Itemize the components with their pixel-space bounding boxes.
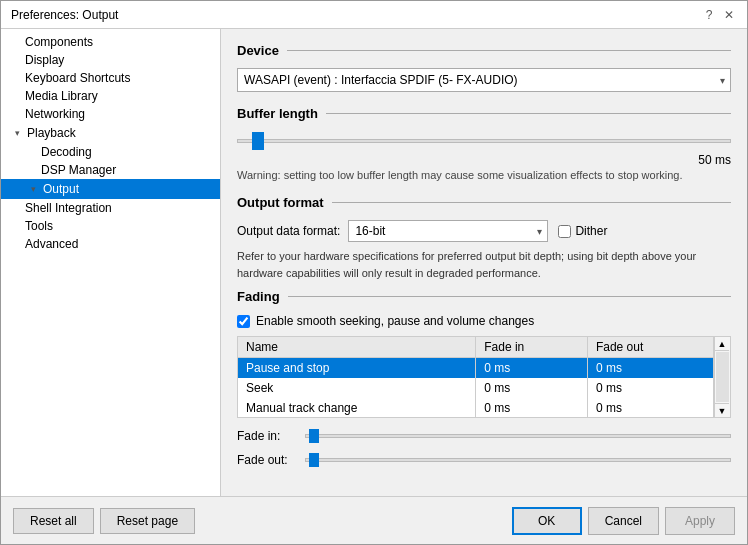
- table-row[interactable]: Pause and stop0 ms0 ms: [238, 358, 714, 379]
- table-scrollbar[interactable]: ▲ ▼: [714, 337, 730, 417]
- sidebar-item-keyboard-shortcuts[interactable]: Keyboard Shortcuts: [1, 69, 220, 87]
- buffer-title: Buffer length: [237, 106, 318, 121]
- sidebar-item-output[interactable]: ▾Output: [1, 179, 220, 199]
- main-panel: Device WASAPI (event) : Interfaccia SPDI…: [221, 29, 747, 496]
- fading-table-header: Name Fade in Fade out: [238, 337, 714, 358]
- dither-checkbox[interactable]: [558, 225, 571, 238]
- buffer-section: Buffer length 50 ms Warning: setting too…: [237, 106, 731, 181]
- sidebar-item-shell-integration[interactable]: Shell Integration: [1, 199, 220, 217]
- fading-section: Fading Enable smooth seeking, pause and …: [237, 289, 731, 470]
- sidebar-label: Decoding: [41, 145, 92, 159]
- device-divider: [287, 50, 731, 51]
- fade-enable-checkbox[interactable]: [237, 315, 250, 328]
- sidebar-label: Playback: [27, 126, 76, 140]
- table-cell-fade_out: 0 ms: [587, 358, 713, 379]
- table-cell-name: Pause and stop: [238, 358, 476, 379]
- dither-label[interactable]: Dither: [558, 224, 607, 238]
- sidebar-item-playback[interactable]: ▾Playback: [1, 123, 220, 143]
- fade-enable-row: Enable smooth seeking, pause and volume …: [237, 314, 731, 328]
- sidebar-item-components[interactable]: Components: [1, 33, 220, 51]
- sidebar-item-dsp-manager[interactable]: DSP Manager: [1, 161, 220, 179]
- table-cell-name: Seek: [238, 378, 476, 398]
- output-format-title: Output format: [237, 195, 324, 210]
- fade-in-label: Fade in:: [237, 429, 305, 443]
- bottom-left-buttons: Reset all Reset page: [13, 508, 195, 534]
- fading-table-body: Pause and stop0 ms0 msSeek0 ms0 msManual…: [238, 358, 714, 418]
- table-cell-fade_in: 0 ms: [476, 358, 588, 379]
- table-cell-fade_in: 0 ms: [476, 378, 588, 398]
- output-format-header: Output format: [237, 195, 731, 210]
- fading-title: Fading: [237, 289, 280, 304]
- sidebar-label: Shell Integration: [25, 201, 112, 215]
- output-format-divider: [332, 202, 731, 203]
- dialog: Preferences: Output ? ✕ ComponentsDispla…: [0, 0, 748, 545]
- fade-out-row: Fade out:: [237, 450, 731, 470]
- device-select[interactable]: WASAPI (event) : Interfaccia SPDIF (5- F…: [237, 68, 731, 92]
- fading-table: Name Fade in Fade out Pause and stop0 ms…: [238, 337, 714, 417]
- format-select-wrapper[interactable]: 16-bit 24-bit 32-bit ▾: [348, 220, 548, 242]
- col-fade-out: Fade out: [587, 337, 713, 358]
- fading-table-wrapper: Name Fade in Fade out Pause and stop0 ms…: [237, 336, 731, 418]
- fade-enable-label: Enable smooth seeking, pause and volume …: [256, 314, 534, 328]
- table-cell-fade_out: 0 ms: [587, 378, 713, 398]
- expander-icon[interactable]: ▾: [9, 125, 25, 141]
- format-select[interactable]: 16-bit 24-bit 32-bit: [348, 220, 548, 242]
- sidebar-label: Keyboard Shortcuts: [25, 71, 130, 85]
- table-row[interactable]: Seek0 ms0 ms: [238, 378, 714, 398]
- bottom-right-buttons: OK Cancel Apply: [512, 507, 735, 535]
- expander-icon[interactable]: ▾: [25, 181, 41, 197]
- sidebar-item-tools[interactable]: Tools: [1, 217, 220, 235]
- title-bar: Preferences: Output ? ✕: [1, 1, 747, 29]
- title-bar-controls: ? ✕: [701, 7, 737, 23]
- dither-text: Dither: [575, 224, 607, 238]
- device-title: Device: [237, 43, 279, 58]
- sidebar-label: Advanced: [25, 237, 78, 251]
- reset-page-button[interactable]: Reset page: [100, 508, 195, 534]
- sidebar-item-networking[interactable]: Networking: [1, 105, 220, 123]
- sidebar-item-display[interactable]: Display: [1, 51, 220, 69]
- fading-divider: [288, 296, 731, 297]
- sidebar-label: Components: [25, 35, 93, 49]
- buffer-divider: [326, 113, 731, 114]
- content-area: ComponentsDisplayKeyboard ShortcutsMedia…: [1, 29, 747, 496]
- close-button[interactable]: ✕: [721, 7, 737, 23]
- fade-in-row: Fade in:: [237, 426, 731, 446]
- sidebar-label: Media Library: [25, 89, 98, 103]
- sidebar-item-decoding[interactable]: Decoding: [1, 143, 220, 161]
- scroll-down-btn[interactable]: ▼: [715, 403, 729, 417]
- help-button[interactable]: ?: [701, 7, 717, 23]
- format-row: Output data format: 16-bit 24-bit 32-bit…: [237, 220, 731, 242]
- buffer-section-header: Buffer length: [237, 106, 731, 121]
- col-fade-in: Fade in: [476, 337, 588, 358]
- col-name: Name: [238, 337, 476, 358]
- fade-out-label: Fade out:: [237, 453, 305, 467]
- cancel-button[interactable]: Cancel: [588, 507, 659, 535]
- device-section-header: Device: [237, 43, 731, 58]
- scroll-up-btn[interactable]: ▲: [715, 337, 729, 351]
- sidebar-item-media-library[interactable]: Media Library: [1, 87, 220, 105]
- dialog-title: Preferences: Output: [11, 8, 118, 22]
- sidebar-item-advanced[interactable]: Advanced: [1, 235, 220, 253]
- sidebar-label: Display: [25, 53, 64, 67]
- ok-button[interactable]: OK: [512, 507, 582, 535]
- sidebar-label: Networking: [25, 107, 85, 121]
- table-row[interactable]: Manual track change0 ms0 ms: [238, 398, 714, 417]
- table-cell-fade_out: 0 ms: [587, 398, 713, 417]
- sidebar: ComponentsDisplayKeyboard ShortcutsMedia…: [1, 29, 221, 496]
- sidebar-label: Output: [43, 182, 79, 196]
- device-select-wrapper[interactable]: WASAPI (event) : Interfaccia SPDIF (5- F…: [237, 68, 731, 92]
- table-cell-fade_in: 0 ms: [476, 398, 588, 417]
- reset-all-button[interactable]: Reset all: [13, 508, 94, 534]
- fading-header: Fading: [237, 289, 731, 304]
- sidebar-label: DSP Manager: [41, 163, 116, 177]
- format-desc: Refer to your hardware specifications fo…: [237, 248, 731, 281]
- format-label: Output data format:: [237, 224, 340, 238]
- bottom-bar: Reset all Reset page OK Cancel Apply: [1, 496, 747, 544]
- sidebar-label: Tools: [25, 219, 53, 233]
- buffer-warning: Warning: setting too low buffer length m…: [237, 169, 731, 181]
- table-cell-name: Manual track change: [238, 398, 476, 417]
- apply-button[interactable]: Apply: [665, 507, 735, 535]
- output-format-section: Output format Output data format: 16-bit…: [237, 195, 731, 281]
- buffer-value: 50 ms: [237, 153, 731, 167]
